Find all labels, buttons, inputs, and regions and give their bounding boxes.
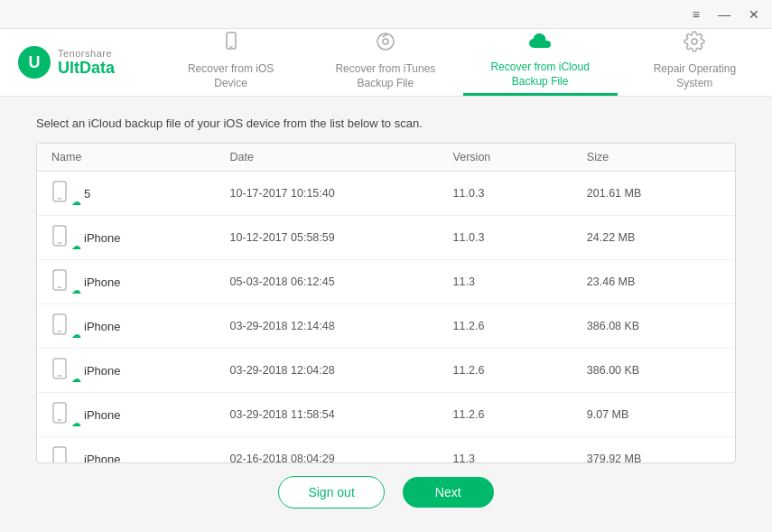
table-row[interactable]: ☁ iPhone 03-29-2018 12:14:48 11.2.6 386.… [37, 304, 735, 349]
phone-svg-5 [51, 402, 68, 425]
backup-table: Name Date Version Size ☁ 5 10-17-2017 10… [36, 143, 736, 463]
table-body: ☁ 5 10-17-2017 10:15:40 11.0.3 201.61 MB… [37, 172, 735, 462]
icloud-icon [527, 33, 553, 56]
cell-size-4: 386.00 KB [587, 364, 721, 377]
device-name-3: iPhone [84, 320, 120, 333]
table-row[interactable]: ☁ iPhone 02-16-2018 08:04:29 11.3 379.92… [37, 437, 735, 462]
device-name-4: iPhone [84, 364, 120, 378]
device-icon-wrap-4: ☁ [51, 358, 77, 383]
header-name: Name [51, 151, 230, 163]
cell-version-0: 11.0.3 [453, 187, 587, 200]
device-name-1: iPhone [84, 231, 120, 245]
nav-tabs: Recover from iOSDevice Recover from iTun… [153, 29, 772, 96]
tab-repair-label: Repair OperatingSystem [654, 62, 736, 90]
cell-date-0: 10-17-2017 10:15:40 [230, 187, 453, 200]
device-icon-wrap-6: ☁ [51, 446, 77, 462]
table-header: Name Date Version Size [37, 144, 735, 172]
cell-name-5: ☁ iPhone [51, 402, 230, 427]
cell-size-0: 201.61 MB [587, 187, 721, 200]
tab-icloud-backup[interactable]: Recover from iCloudBackup File [463, 29, 618, 96]
next-button[interactable]: Next [403, 477, 494, 508]
repair-icon [684, 31, 705, 58]
cell-date-1: 10-12-2017 05:58:59 [230, 231, 453, 244]
cell-version-6: 11.3 [453, 453, 587, 462]
device-icon-wrap-1: ☁ [51, 225, 77, 250]
phone-svg-6 [51, 446, 68, 462]
titlebar-controls: ≡ — ✕ [689, 5, 763, 23]
header-version: Version [453, 151, 587, 163]
cell-name-0: ☁ 5 [51, 181, 230, 206]
cell-version-5: 11.2.6 [453, 408, 587, 421]
cloud-badge-1: ☁ [71, 240, 81, 252]
logo-top-text: Tenorshare [58, 48, 115, 59]
cell-date-3: 03-29-2018 12:14:48 [230, 320, 453, 332]
cloud-badge-4: ☁ [71, 373, 81, 385]
cloud-badge-5: ☁ [71, 417, 81, 429]
tab-ios-device-label: Recover from iOSDevice [188, 62, 274, 90]
cell-name-2: ☁ iPhone [51, 269, 230, 294]
svg-rect-19 [53, 447, 66, 462]
tab-icloud-label: Recover from iCloudBackup File [490, 61, 589, 89]
table-row[interactable]: ☁ iPhone 03-29-2018 12:04:28 11.2.6 386.… [37, 349, 735, 393]
cell-name-1: ☁ iPhone [51, 225, 230, 250]
close-button[interactable]: ✕ [745, 5, 763, 23]
table-row[interactable]: ☁ 5 10-17-2017 10:15:40 11.0.3 201.61 MB [37, 172, 735, 216]
cloud-badge-2: ☁ [71, 285, 81, 296]
device-name-6: iPhone [84, 453, 120, 463]
phone-svg-3 [51, 313, 68, 337]
cell-date-4: 03-29-2018 12:04:28 [230, 364, 453, 377]
device-icon-wrap-5: ☁ [51, 402, 77, 427]
cell-version-2: 11.3 [453, 275, 587, 288]
header-date: Date [230, 151, 453, 163]
cell-size-1: 24.22 MB [587, 231, 721, 244]
tab-ios-device[interactable]: Recover from iOSDevice [153, 29, 308, 96]
logo-area: U Tenorshare UltData [0, 29, 153, 96]
ios-device-icon [220, 31, 242, 58]
signout-button[interactable]: Sign out [278, 476, 384, 509]
tab-itunes-backup[interactable]: Recover from iTunesBackup File [308, 29, 462, 96]
table-row[interactable]: ☁ iPhone 05-03-2018 06:12:45 11.3 23.46 … [37, 260, 735, 304]
titlebar: ≡ — ✕ [0, 0, 772, 29]
svg-text:U: U [29, 53, 41, 71]
logo-icon: U [18, 46, 51, 79]
tab-repair-os[interactable]: Repair OperatingSystem [618, 29, 772, 96]
cell-name-3: ☁ iPhone [51, 313, 230, 339]
menu-icon[interactable]: ≡ [689, 5, 703, 23]
svg-point-5 [383, 39, 388, 44]
cell-size-3: 386.08 KB [587, 320, 721, 332]
cloud-badge-0: ☁ [71, 196, 81, 208]
svg-point-6 [692, 39, 697, 44]
cell-version-4: 11.2.6 [453, 364, 587, 377]
cell-size-2: 23.46 MB [587, 275, 721, 288]
cell-size-5: 9.07 MB [587, 408, 721, 421]
table-row[interactable]: ☁ iPhone 03-29-2018 11:58:54 11.2.6 9.07… [37, 393, 735, 437]
phone-svg-1 [51, 225, 68, 248]
cell-date-2: 05-03-2018 06:12:45 [230, 275, 453, 288]
device-name-2: iPhone [84, 275, 120, 289]
cell-date-6: 02-16-2018 08:04:29 [230, 453, 453, 462]
cell-name-4: ☁ iPhone [51, 358, 230, 383]
itunes-icon [375, 31, 396, 58]
device-name-5: iPhone [84, 408, 120, 422]
footer: Sign out Next [36, 463, 736, 516]
device-icon-wrap-2: ☁ [51, 269, 77, 294]
phone-svg-2 [51, 269, 68, 293]
device-icon-wrap-0: ☁ [51, 181, 77, 206]
logo-text: Tenorshare UltData [58, 48, 115, 78]
header-size: Size [587, 151, 721, 163]
table-row[interactable]: ☁ iPhone 10-12-2017 05:58:59 11.0.3 24.2… [37, 216, 735, 260]
device-name-0: 5 [84, 187, 90, 201]
tab-itunes-label: Recover from iTunesBackup File [335, 62, 435, 90]
device-icon-wrap-3: ☁ [51, 313, 77, 339]
header: U Tenorshare UltData Recover from iOSDev… [0, 29, 772, 97]
cloud-badge-6: ☁ [71, 462, 81, 462]
logo-bottom-text: UltData [58, 59, 115, 78]
cell-version-3: 11.2.6 [453, 320, 587, 332]
cell-version-1: 11.0.3 [453, 231, 587, 244]
cell-name-6: ☁ iPhone [51, 446, 230, 462]
instruction-text: Select an iCloud backup file of your iOS… [36, 117, 736, 130]
phone-svg-4 [51, 358, 68, 381]
phone-svg-0 [51, 181, 68, 204]
minimize-button[interactable]: — [714, 5, 734, 23]
main-content: Select an iCloud backup file of your iOS… [0, 97, 772, 532]
